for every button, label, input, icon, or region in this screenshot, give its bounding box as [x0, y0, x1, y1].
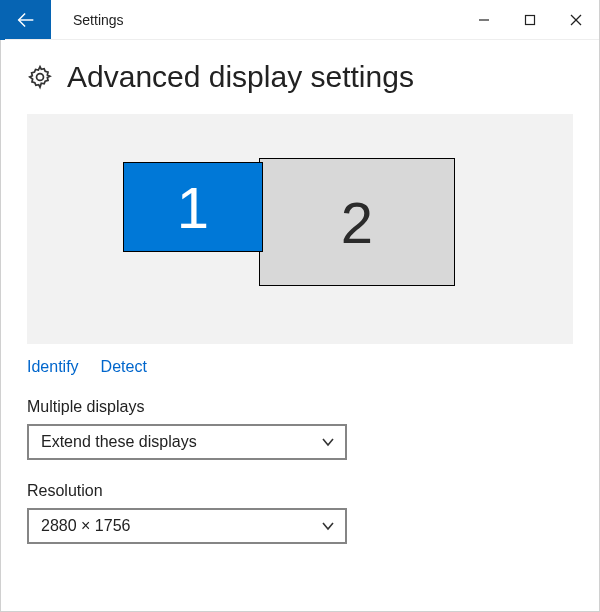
close-button[interactable]	[553, 0, 599, 40]
display-monitor-2[interactable]: 2	[259, 158, 455, 286]
display-monitor-1[interactable]: 1	[123, 162, 263, 252]
resolution-select[interactable]: 2880 × 1756	[27, 508, 347, 544]
page-header: Advanced display settings	[1, 40, 599, 100]
resolution-value: 2880 × 1756	[41, 517, 130, 535]
monitor-2-label: 2	[341, 189, 373, 256]
svg-rect-2	[526, 15, 535, 24]
resolution-label: Resolution	[27, 482, 573, 500]
gear-icon	[27, 64, 53, 90]
close-icon	[570, 14, 582, 26]
multiple-displays-group: Multiple displays Extend these displays	[1, 376, 599, 460]
multiple-displays-label: Multiple displays	[27, 398, 573, 416]
accent-sliver	[0, 0, 5, 40]
chevron-down-icon	[321, 435, 335, 449]
window-controls	[461, 0, 599, 39]
resolution-group: Resolution 2880 × 1756	[1, 460, 599, 544]
detect-link[interactable]: Detect	[101, 358, 147, 376]
svg-point-5	[37, 74, 44, 81]
back-button[interactable]	[1, 0, 51, 39]
chevron-down-icon	[321, 519, 335, 533]
maximize-icon	[524, 14, 536, 26]
page-title: Advanced display settings	[67, 60, 414, 94]
identify-link[interactable]: Identify	[27, 358, 79, 376]
arrow-left-icon	[15, 9, 37, 31]
maximize-button[interactable]	[507, 0, 553, 40]
display-arrangement-area[interactable]: 2 1	[27, 114, 573, 344]
minimize-button[interactable]	[461, 0, 507, 40]
monitor-1-label: 1	[177, 174, 209, 241]
multiple-displays-value: Extend these displays	[41, 433, 197, 451]
minimize-icon	[478, 14, 490, 26]
titlebar: Settings	[1, 0, 599, 40]
window-title: Settings	[51, 0, 461, 39]
arrangement-actions: Identify Detect	[1, 344, 599, 376]
settings-window: Settings Advanced display settings 2 1	[0, 0, 600, 612]
multiple-displays-select[interactable]: Extend these displays	[27, 424, 347, 460]
